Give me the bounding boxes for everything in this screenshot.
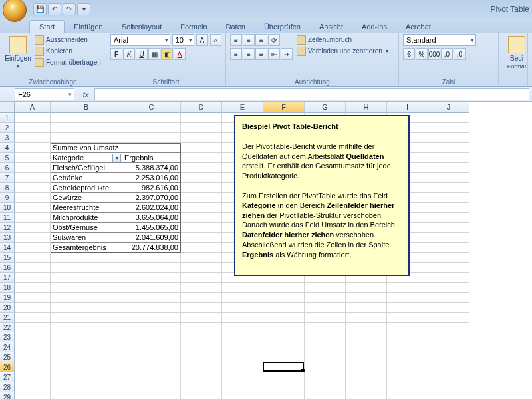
row-header-9[interactable]: 9 [0, 193, 15, 203]
currency-button[interactable]: € [403, 48, 415, 60]
cell[interactable] [428, 283, 469, 293]
cell[interactable] [51, 123, 122, 133]
cell[interactable] [346, 392, 387, 399]
cell[interactable] [51, 313, 122, 323]
cell-data[interactable]: Ergebnis [122, 153, 181, 163]
tab-ansicht[interactable]: Ansicht [310, 21, 352, 33]
bold-button[interactable]: F [110, 48, 122, 60]
cell[interactable] [428, 293, 469, 303]
cell[interactable] [428, 303, 469, 313]
inc-decimal-button[interactable]: ,0 [441, 48, 453, 60]
cell[interactable] [387, 362, 428, 372]
row-header-11[interactable]: 11 [0, 213, 15, 223]
cell[interactable] [263, 313, 305, 323]
cell[interactable] [387, 332, 428, 342]
cell[interactable] [387, 342, 428, 352]
cell[interactable] [305, 342, 346, 352]
cell[interactable] [346, 382, 387, 392]
cell[interactable] [428, 223, 469, 233]
col-header-I[interactable]: I [387, 102, 428, 113]
cell[interactable] [51, 332, 122, 342]
cell[interactable] [428, 352, 469, 362]
align-middle-button[interactable]: ≡ [243, 34, 255, 46]
cell[interactable] [305, 372, 346, 382]
cell[interactable] [222, 303, 263, 313]
cell[interactable] [181, 153, 222, 163]
cell[interactable] [181, 133, 222, 143]
cell[interactable] [428, 153, 469, 163]
cell[interactable] [305, 332, 346, 342]
cell[interactable] [15, 153, 51, 163]
cell[interactable] [387, 283, 428, 293]
row-header-5[interactable]: 5 [0, 153, 15, 163]
cell-data[interactable]: Fleisch/Geflügel [51, 163, 122, 173]
cell[interactable] [122, 323, 181, 332]
cell[interactable] [263, 392, 305, 399]
align-left-button[interactable]: ≡ [230, 48, 242, 60]
cell-data[interactable]: 2.602.024,00 [122, 203, 181, 213]
cell[interactable] [181, 323, 222, 332]
comma-button[interactable]: 000 [428, 48, 440, 60]
cell-data[interactable]: 2.253.016,00 [122, 173, 181, 183]
cell[interactable] [428, 323, 469, 332]
cell[interactable] [387, 352, 428, 362]
cell[interactable] [305, 352, 346, 362]
formula-input[interactable] [94, 88, 529, 100]
cell[interactable] [15, 283, 51, 293]
cell[interactable] [263, 332, 305, 342]
cell[interactable] [428, 193, 469, 203]
cell[interactable] [181, 193, 222, 203]
cell[interactable] [15, 243, 51, 253]
cell[interactable] [428, 213, 469, 223]
cell[interactable] [428, 273, 469, 283]
cell[interactable] [387, 382, 428, 392]
cell[interactable] [15, 352, 51, 362]
row-header-29[interactable]: 29 [0, 392, 15, 399]
align-center-button[interactable]: ≡ [243, 48, 255, 60]
percent-button[interactable]: % [416, 48, 428, 60]
cell-data[interactable]: Kategorie▾ [51, 153, 122, 163]
cell[interactable] [51, 113, 122, 123]
cell[interactable] [263, 342, 305, 352]
row-header-2[interactable]: 2 [0, 123, 15, 133]
cell[interactable] [222, 372, 263, 382]
cell[interactable] [181, 352, 222, 362]
cell[interactable] [428, 253, 469, 263]
cell[interactable] [15, 113, 51, 123]
cut-button[interactable]: Ausschneiden [35, 34, 101, 45]
row-header-7[interactable]: 7 [0, 173, 15, 183]
cell[interactable] [346, 372, 387, 382]
cell-data[interactable]: 982.616,00 [122, 183, 181, 193]
cell[interactable] [305, 303, 346, 313]
cell[interactable] [181, 123, 222, 133]
align-right-button[interactable]: ≡ [255, 48, 267, 60]
cell[interactable] [263, 323, 305, 332]
grow-font-button[interactable]: A [196, 34, 207, 46]
font-size-combo[interactable]: 10 [172, 34, 195, 46]
underline-button[interactable]: U [136, 48, 148, 60]
cell[interactable] [346, 283, 387, 293]
cell[interactable] [15, 293, 51, 303]
row-header-27[interactable]: 27 [0, 372, 15, 382]
office-button[interactable] [3, 0, 27, 22]
cell[interactable] [428, 183, 469, 193]
row-header-3[interactable]: 3 [0, 133, 15, 143]
paste-button[interactable]: Einfügen ▾ [4, 34, 32, 71]
col-header-H[interactable]: H [346, 102, 387, 113]
cell[interactable] [428, 173, 469, 183]
cell[interactable] [263, 283, 305, 293]
cell[interactable] [51, 283, 122, 293]
cell[interactable] [15, 183, 51, 193]
cell[interactable] [346, 313, 387, 323]
cell[interactable] [122, 283, 181, 293]
cell[interactable] [387, 313, 428, 323]
cell[interactable] [15, 203, 51, 213]
col-header-F[interactable]: F [263, 102, 305, 113]
copy-button[interactable]: Kopieren [35, 45, 101, 57]
cell[interactable] [263, 372, 305, 382]
cell-data[interactable]: Getränke [51, 173, 122, 183]
row-header-24[interactable]: 24 [0, 342, 15, 352]
cell[interactable] [51, 352, 122, 362]
fill-color-button[interactable]: ◧ [161, 48, 173, 60]
spreadsheet-grid[interactable]: ABCDEFGHIJ 12345678910111213141516171819… [0, 102, 532, 399]
